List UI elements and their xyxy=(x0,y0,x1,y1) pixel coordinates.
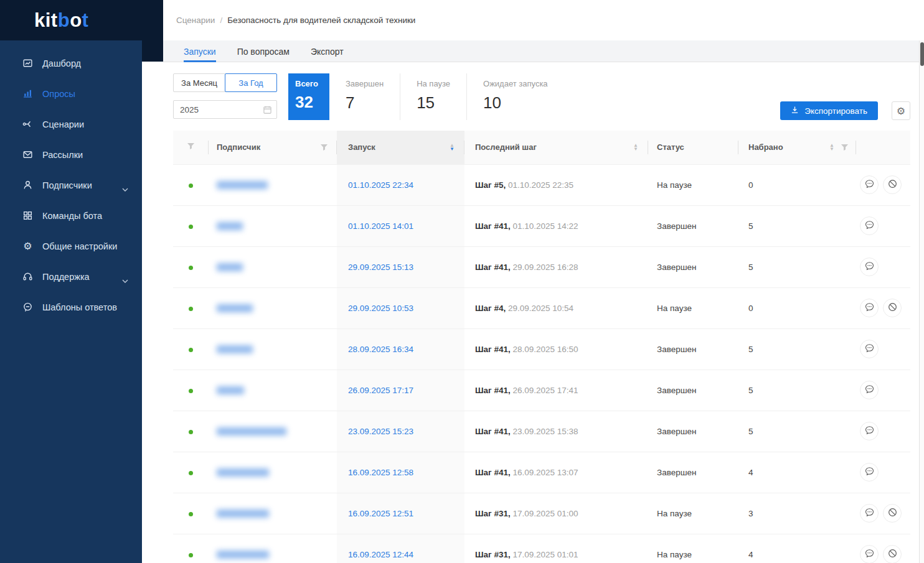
message-button[interactable] xyxy=(860,381,879,399)
score-filter-icon[interactable] xyxy=(841,144,849,151)
last-step-time: 26.09.2025 17:41 xyxy=(513,386,578,395)
subscriber-filter-icon[interactable] xyxy=(320,144,328,151)
message-button[interactable] xyxy=(860,299,879,317)
message-button[interactable] xyxy=(860,340,879,358)
sidebar-nav: Дашборд Опросы Сценарии Рассылки Подписч… xyxy=(0,48,142,322)
tab-launches[interactable]: Запуски xyxy=(184,40,216,62)
subscriber-name-redacted[interactable] xyxy=(217,386,244,394)
launch-date-link[interactable]: 29.09.2025 15:13 xyxy=(348,263,413,272)
online-status-dot xyxy=(189,348,193,352)
message-button[interactable] xyxy=(860,422,879,440)
breadcrumb-current: Безопасность для водителей складской тех… xyxy=(227,16,415,25)
sort-desc-icon: ▼ xyxy=(450,147,455,151)
launch-date-link[interactable]: 01.10.2025 22:34 xyxy=(348,180,413,190)
subscriber-name-redacted[interactable] xyxy=(217,263,243,271)
last-step-header[interactable]: Последний шаг ▲▼ xyxy=(464,131,648,164)
sidebar-item-dashboard[interactable]: Дашборд xyxy=(0,48,142,78)
launch-date-link[interactable]: 26.09.2025 17:17 xyxy=(348,386,413,395)
subscriber-name-redacted[interactable] xyxy=(217,468,269,477)
subscribers-icon xyxy=(22,180,33,190)
row-actions xyxy=(856,175,910,194)
sidebar-item-subscribers[interactable]: Подписчики xyxy=(0,170,142,200)
launch-date-link[interactable]: 01.10.2025 14:01 xyxy=(348,221,413,231)
ban-icon xyxy=(888,179,897,190)
message-button[interactable] xyxy=(860,463,879,482)
stat-total[interactable]: Всего 32 xyxy=(288,73,329,120)
launch-header[interactable]: Запуск ▲▼ xyxy=(337,131,464,164)
sidebar-item-bot-commands[interactable]: Команды бота xyxy=(0,200,142,231)
score-value: 5 xyxy=(748,221,753,231)
subscriber-name-redacted[interactable] xyxy=(217,304,253,312)
breadcrumb-parent[interactable]: Сценарии xyxy=(176,16,215,25)
ban-button[interactable] xyxy=(883,545,902,563)
last-step-label: Шаг #41, xyxy=(475,427,511,436)
table-row: 16.09.2025 12:58 Шаг #41, 16.09.2025 13:… xyxy=(173,452,910,493)
subscriber-name-redacted[interactable] xyxy=(217,222,243,230)
filter-funnel-icon[interactable] xyxy=(187,142,195,150)
message-icon xyxy=(865,549,874,560)
vertical-scrollbar[interactable] xyxy=(919,40,924,563)
year-input[interactable] xyxy=(173,100,277,119)
stat-label: Завершен xyxy=(346,79,384,88)
subscriber-name-redacted[interactable] xyxy=(217,551,269,559)
message-button[interactable] xyxy=(860,504,879,523)
stat-value: 7 xyxy=(346,93,384,113)
message-icon xyxy=(865,467,874,478)
score-sorter-icon[interactable]: ▲▼ xyxy=(829,144,834,151)
export-button[interactable]: Экспортировать xyxy=(780,101,878,120)
ban-button[interactable] xyxy=(883,175,902,194)
table-row: 23.09.2025 15:23 Шаг #41, 23.09.2025 15:… xyxy=(173,411,910,452)
gear-icon: ⚙ xyxy=(897,105,905,117)
message-button[interactable] xyxy=(860,545,879,563)
sidebar-item-scenarios[interactable]: Сценарии xyxy=(0,109,142,139)
row-filter-header xyxy=(173,131,209,164)
row-actions xyxy=(856,504,910,523)
launch-date-link[interactable]: 29.09.2025 10:53 xyxy=(348,304,413,313)
sidebar-corner-stub xyxy=(142,40,163,62)
stats-row: Завершен 7 На паузе 15 Ожидает запуска 1… xyxy=(329,73,564,120)
table-row: 01.10.2025 22:34 Шаг #5, 01.10.2025 22:3… xyxy=(173,164,910,205)
last-step-label: Шаг #4, xyxy=(475,304,506,313)
stat-item: Завершен 7 xyxy=(329,73,400,120)
launch-date-link[interactable]: 23.09.2025 15:23 xyxy=(348,427,413,436)
launch-date-link[interactable]: 16.09.2025 12:44 xyxy=(348,550,413,559)
tab-by-questions[interactable]: По вопросам xyxy=(237,40,290,62)
online-status-dot xyxy=(189,266,193,270)
ban-button[interactable] xyxy=(883,504,902,523)
sidebar-item-mailings[interactable]: Рассылки xyxy=(0,139,142,170)
last-step-time: 01.10.2025 14:22 xyxy=(513,221,578,231)
sidebar-item-surveys[interactable]: Опросы xyxy=(0,78,142,109)
period-filters: За Месяц За Год xyxy=(173,73,277,119)
table-row: 16.09.2025 12:44 Шаг #31, 17.09.2025 01:… xyxy=(173,534,910,563)
status-text: Завершен xyxy=(657,386,697,395)
month-toggle-button[interactable]: За Месяц xyxy=(173,73,225,92)
subscriber-name-redacted[interactable] xyxy=(217,181,268,189)
launch-date-link[interactable]: 16.09.2025 12:58 xyxy=(348,468,413,477)
launch-sorter-icon[interactable]: ▲▼ xyxy=(450,144,455,151)
scrollbar-thumb[interactable] xyxy=(920,42,924,66)
templates-icon xyxy=(22,302,33,312)
sort-desc-icon: ▼ xyxy=(633,147,638,151)
actions-header xyxy=(856,131,910,164)
message-button[interactable] xyxy=(860,258,879,276)
message-button[interactable] xyxy=(860,175,879,194)
sidebar-item-support[interactable]: Поддержка xyxy=(0,261,142,292)
last-step-sorter-icon[interactable]: ▲▼ xyxy=(633,144,638,151)
subscriber-name-redacted[interactable] xyxy=(217,427,286,435)
tab-export[interactable]: Экспорт xyxy=(311,40,344,62)
last-step-label: Шаг #31, xyxy=(475,509,511,518)
launch-date-link[interactable]: 16.09.2025 12:51 xyxy=(348,509,413,518)
launch-date-link[interactable]: 28.09.2025 16:34 xyxy=(348,345,413,354)
stat-label: На паузе xyxy=(417,79,450,88)
online-status-dot xyxy=(189,184,193,188)
message-button[interactable] xyxy=(860,216,879,235)
subscriber-name-redacted[interactable] xyxy=(217,509,269,518)
year-toggle-button[interactable]: За Год xyxy=(225,73,277,92)
ban-button[interactable] xyxy=(883,299,902,317)
table-settings-button[interactable]: ⚙ xyxy=(892,101,910,120)
score-header[interactable]: Набрано ▲▼ xyxy=(738,131,856,164)
subscriber-name-redacted[interactable] xyxy=(217,345,253,353)
tab-bar: ЗапускиПо вопросамЭкспорт xyxy=(163,40,924,62)
sidebar-item-general-settings[interactable]: ⚙ Общие настройки xyxy=(0,231,142,261)
sidebar-item-reply-templates[interactable]: Шаблоны ответов xyxy=(0,292,142,322)
